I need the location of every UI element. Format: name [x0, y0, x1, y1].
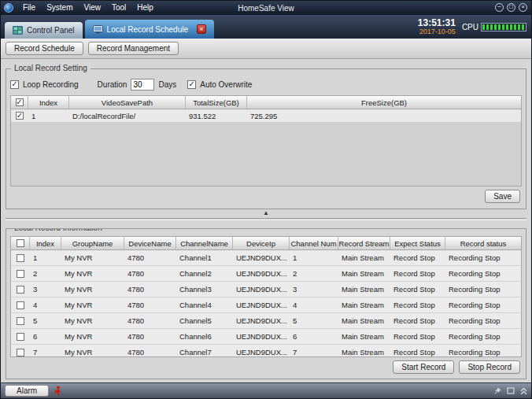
row-checkbox[interactable] — [17, 317, 24, 325]
table-row[interactable]: 5 My NVR 4780 Channel5 UEJND9DUX... 5 Ma… — [11, 313, 521, 329]
panel-splitter[interactable]: ▲ — [6, 209, 526, 221]
column-header-totalsize: TotalSize(GB) — [186, 96, 247, 109]
select-all-checkbox[interactable] — [16, 98, 24, 106]
cell-recordstatus: Recording Stop — [445, 348, 521, 357]
column-header-videosavepath: VideoSavePath — [69, 96, 186, 109]
cell-channelname: Channel6 — [176, 332, 233, 341]
restore-window-icon[interactable] — [507, 387, 515, 394]
collapse-arrow-icon[interactable]: ▲ — [263, 210, 269, 216]
status-bar: Alarm — [1, 382, 531, 398]
tab-label: Control Panel — [27, 26, 75, 35]
cell-recordstatus: Recording Stop — [445, 269, 521, 278]
days-label: Days — [158, 80, 176, 89]
collapse-chevron-icon[interactable] — [520, 387, 527, 395]
cell-recordstatus: Recording Stop — [445, 332, 521, 341]
app-logo-icon — [4, 3, 13, 13]
cell-devicename: 4780 — [124, 285, 176, 294]
group-title: Local Record Information — [11, 228, 105, 232]
column-header-channelnum: Channel Num — [290, 237, 338, 249]
main-content: Local Record Setting Loop Recording Dura… — [1, 59, 531, 382]
cell-deviceip: UEJND9DUX... — [233, 301, 290, 309]
local-record-setting-group: Local Record Setting Loop Recording Dura… — [6, 68, 526, 209]
row-checkbox[interactable] — [17, 333, 24, 341]
tab-control-panel[interactable]: Control Panel — [5, 22, 83, 39]
cell-expectstatus: Record Stop — [390, 285, 445, 294]
cell-channelname: Channel1 — [176, 253, 233, 262]
table-row[interactable]: 1 My NVR 4780 Channel1 UEJND9DUX... 1 Ma… — [11, 250, 521, 266]
cell-deviceip: UEJND9DUX... — [233, 269, 290, 278]
select-all-checkbox[interactable] — [17, 239, 24, 247]
cell-groupname: My NVR — [61, 332, 124, 341]
cell-recordstream: Main Stream — [338, 301, 390, 309]
pin-icon[interactable] — [493, 387, 501, 395]
row-checkbox[interactable] — [17, 301, 24, 309]
minimize-button[interactable]: − — [495, 3, 504, 12]
cell-deviceip: UEJND9DUX... — [233, 316, 290, 325]
menu-item-view[interactable]: View — [78, 1, 106, 15]
cell-index: 1 — [30, 253, 61, 262]
maximize-button[interactable]: □ — [507, 3, 515, 12]
cell-index: 2 — [30, 269, 61, 278]
cell-expectstatus: Record Stop — [390, 348, 445, 357]
table-row[interactable]: 1 D:/localRecordFile/ 931.522 725.295 — [11, 109, 521, 123]
save-button[interactable]: Save — [485, 190, 520, 203]
cell-groupname: My NVR — [61, 285, 124, 294]
stop-record-button[interactable]: Stop Record — [459, 360, 520, 374]
row-checkbox[interactable] — [17, 254, 24, 262]
cell-channelname: Channel2 — [176, 269, 233, 278]
cell-totalsize: 931.522 — [186, 112, 247, 120]
tab-close-icon[interactable]: × — [197, 24, 206, 34]
table-row[interactable]: 3 My NVR 4780 Channel3 UEJND9DUX... 3 Ma… — [11, 282, 521, 297]
menu-item-system[interactable]: System — [41, 1, 78, 15]
cell-devicename: 4780 — [124, 253, 176, 262]
row-checkbox[interactable] — [17, 286, 24, 294]
cell-expectstatus: Record Stop — [390, 301, 445, 309]
cell-expectstatus: Record Stop — [390, 253, 445, 262]
column-header-devicename: DeviceName — [124, 237, 176, 249]
cell-groupname: My NVR — [61, 301, 124, 309]
auto-overwrite-checkbox[interactable] — [187, 80, 196, 89]
table-row[interactable]: 7 My NVR 4780 Channel7 UEJND9DUX... 7 Ma… — [11, 345, 521, 357]
cell-groupname: My NVR — [61, 316, 124, 325]
cell-devicename: 4780 — [124, 348, 176, 357]
cell-index: 4 — [30, 301, 61, 309]
group-title: Local Record Setting — [11, 64, 91, 72]
record-schedule-button[interactable]: Record Schedule — [6, 42, 83, 55]
cell-index: 1 — [28, 112, 69, 120]
cell-deviceip: UEJND9DUX... — [233, 253, 290, 262]
column-header-expectstatus: Expect Status — [390, 237, 445, 249]
cell-channelname: Channel3 — [176, 285, 233, 294]
titlebar: File System View Tool Help HomeSafe View… — [1, 1, 531, 15]
menu-item-file[interactable]: File — [17, 1, 41, 15]
clock-time: 13:51:31 — [418, 18, 456, 28]
cell-index: 6 — [30, 332, 61, 341]
table-row[interactable]: 2 My NVR 4780 Channel2 UEJND9DUX... 2 Ma… — [11, 266, 521, 282]
cell-index: 3 — [30, 285, 61, 294]
cell-recordstream: Main Stream — [338, 348, 390, 357]
loop-recording-checkbox[interactable] — [10, 80, 19, 89]
row-checkbox[interactable] — [17, 349, 24, 357]
column-header-index: Index — [28, 96, 69, 109]
tab-local-record-schedule[interactable]: Local Record Schedule × — [85, 20, 214, 39]
close-button[interactable]: × — [519, 3, 527, 12]
monitor-icon — [93, 25, 103, 34]
record-management-button[interactable]: Record Management — [88, 42, 179, 55]
cell-channelnum: 1 — [290, 253, 338, 262]
table-row[interactable]: 4 My NVR 4780 Channel4 UEJND9DUX... 4 Ma… — [11, 297, 521, 313]
cell-recordstream: Main Stream — [338, 253, 390, 262]
duration-input[interactable] — [131, 79, 154, 91]
cell-devicename: 4780 — [124, 332, 176, 341]
cell-groupname: My NVR — [61, 253, 124, 262]
loop-recording-label: Loop Recording — [23, 80, 79, 89]
cell-devicename: 4780 — [124, 269, 176, 278]
row-checkbox[interactable] — [16, 112, 24, 120]
row-checkbox[interactable] — [17, 270, 24, 278]
table-row[interactable]: 6 My NVR 4780 Channel6 UEJND9DUX... 6 Ma… — [11, 329, 521, 345]
menu-item-tool[interactable]: Tool — [106, 1, 131, 15]
alarm-button[interactable]: Alarm — [5, 385, 49, 397]
menu-item-help[interactable]: Help — [131, 1, 159, 15]
start-record-button[interactable]: Start Record — [393, 360, 454, 374]
tab-label: Local Record Schedule — [107, 25, 188, 34]
cell-recordstream: Main Stream — [338, 269, 390, 278]
cell-videosavepath: D:/localRecordFile/ — [69, 112, 186, 120]
